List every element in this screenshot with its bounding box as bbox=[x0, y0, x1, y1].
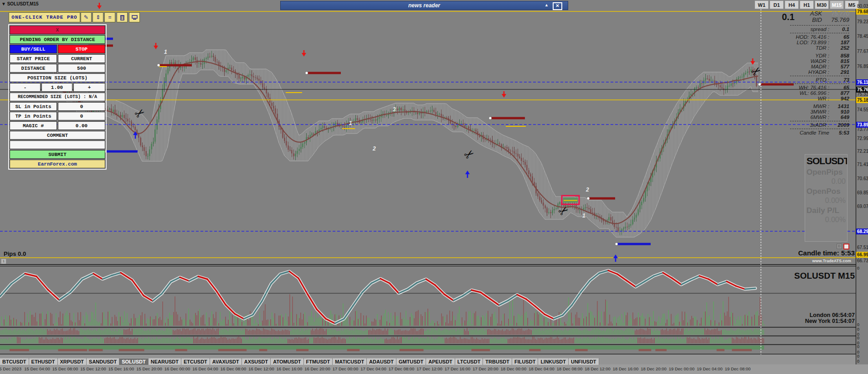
symbol-tab-nearusdt[interactable]: NEARUSDT bbox=[149, 358, 181, 365]
symbol-tab-ethusdt[interactable]: ETHUSDT bbox=[29, 358, 58, 365]
timeframe-button-m15[interactable]: M15 bbox=[830, 0, 844, 9]
magic-label: MAGIC # bbox=[10, 121, 57, 130]
time-axis-label: 15 Dec 08:00 bbox=[52, 366, 78, 371]
time-axis-label: 18 Dec 20:00 bbox=[641, 366, 667, 371]
submit-button[interactable]: SUBMIT bbox=[10, 150, 105, 159]
volume-bars bbox=[1, 294, 765, 326]
time-axis-label: 16 Dec 04:00 bbox=[192, 366, 218, 371]
updown-arrows-icon[interactable]: ⇕ bbox=[92, 12, 103, 22]
symbol-tab-maticusdt[interactable]: MATICUSDT bbox=[333, 358, 367, 365]
symbol-tab-etcusdt[interactable]: ETCUSDT bbox=[181, 358, 210, 365]
symbol-tab-solusdt[interactable]: SOLUSDT bbox=[119, 358, 149, 365]
price-label: 74.550 bbox=[857, 107, 868, 112]
price-label: 76.890 bbox=[857, 64, 868, 69]
symbol-tab-trbusdt[interactable]: TRBUSDT bbox=[483, 358, 512, 365]
symbol-tab-btcusdt[interactable]: BTCUSDT bbox=[0, 358, 29, 365]
price-label: 71.410 bbox=[857, 162, 868, 167]
start-price-value[interactable]: CURRENT bbox=[58, 54, 105, 63]
stats-label: WL: 66.996 : bbox=[800, 90, 829, 96]
stats-row: WR :942 bbox=[769, 96, 849, 101]
brand-link[interactable]: EarnForex.com bbox=[10, 160, 105, 168]
tradeats-watermark: www.TradeATS.com bbox=[812, 259, 851, 263]
comment-input[interactable] bbox=[10, 140, 105, 149]
price-tag-blue: 68.292 bbox=[856, 229, 868, 234]
symbol-tab-xrpusdt[interactable]: XRPUSDT bbox=[58, 358, 87, 365]
stats-value: 73 bbox=[829, 77, 849, 83]
collapse-icon[interactable]: ▲ bbox=[544, 3, 549, 7]
size-input[interactable]: 1.00 bbox=[41, 83, 72, 92]
stats-row: HYADR :291 bbox=[769, 69, 849, 75]
symbol-tab-linkusdt[interactable]: LINKUSDT bbox=[538, 358, 569, 365]
magic-input[interactable]: 0.00 bbox=[58, 121, 105, 130]
recommended-size-label: RECOMMENDED SIZE (LOTS) : N/A bbox=[10, 93, 105, 101]
order-mode-button[interactable]: PENDING ORDER BY DISTANCE bbox=[10, 35, 105, 44]
stats-value: 815 bbox=[829, 58, 849, 64]
indicator-title: SOLUSDT M15 bbox=[794, 271, 855, 281]
panel-close-button[interactable]: X bbox=[10, 26, 105, 34]
watermark-symbol: SOLUSDT bbox=[806, 156, 846, 166]
symbol-tab-ltcusdt[interactable]: LTCUSDT bbox=[455, 358, 483, 365]
symbol-tab-atomusdt[interactable]: ATOMUSDT bbox=[271, 358, 303, 365]
stop-button[interactable]: STOP bbox=[58, 45, 105, 53]
distance-label: DISTANCE bbox=[10, 64, 57, 73]
price-tag-yellow: 66.996 bbox=[856, 252, 868, 258]
pencil-icon[interactable]: ✎ bbox=[81, 12, 92, 22]
symbol-tab-adausdt[interactable]: ADAUSDT bbox=[367, 358, 396, 365]
time-axis-label: 17 Dec 16:00 bbox=[445, 366, 471, 371]
close-icon[interactable]: ✕ bbox=[553, 2, 562, 10]
circle-icon[interactable]: D bbox=[837, 244, 842, 249]
time-axis-label: 17 Dec 04:00 bbox=[360, 366, 386, 371]
sl-input[interactable]: 0 bbox=[58, 102, 105, 111]
symbol-tab-ftmusdt[interactable]: FTMUSDT bbox=[304, 358, 333, 365]
time-axis-label: 16 Dec 00:00 bbox=[164, 366, 190, 371]
stats-row: spread :0.1 bbox=[769, 26, 849, 32]
buy-sell-button[interactable]: BUY/SELL bbox=[10, 45, 57, 53]
price-label: 75.330 bbox=[857, 92, 868, 97]
time-axis-label: 18 Dec 04:00 bbox=[529, 366, 555, 371]
symbol-tab-avaxusdt[interactable]: AVAXUSDT bbox=[210, 358, 242, 365]
time-axis-label: 16 Dec 16:00 bbox=[277, 366, 303, 371]
symbol-tab-axsusdt[interactable]: AXSUSDT bbox=[242, 358, 271, 365]
chart-symbol-label: ▼ SOLUSDT,M15 bbox=[1, 1, 39, 6]
symbol-dropdown-icon[interactable]: ▼ bbox=[1, 1, 6, 6]
stats-label: 3MWR : bbox=[810, 109, 829, 114]
size-plus-button[interactable]: + bbox=[73, 83, 105, 92]
stats-separator bbox=[790, 25, 849, 26]
time-axis-label: 16 Dec 20:00 bbox=[304, 366, 330, 371]
price-label: 69.850 bbox=[857, 190, 868, 195]
stats-row: 6MWR :649 bbox=[769, 114, 849, 120]
symbol-tab-filusdt[interactable]: FILUSDT bbox=[512, 358, 538, 365]
symbol-tab-sandusdt[interactable]: SANDUSDT bbox=[87, 358, 119, 365]
stats-separator bbox=[790, 129, 849, 129]
stats-row: Candle Time5:53 bbox=[769, 130, 849, 135]
timeframe-button-w1[interactable]: W1 bbox=[755, 0, 769, 9]
timeframe-button-h1[interactable]: H1 bbox=[800, 0, 814, 9]
stats-row: WADR :815 bbox=[769, 58, 849, 64]
timeframe-button-m30[interactable]: M30 bbox=[815, 0, 829, 9]
timeframe-button-h4[interactable]: H4 bbox=[785, 0, 799, 9]
sl-label: SL in Points bbox=[10, 102, 57, 111]
time-axis-label: 17 Dec 00:00 bbox=[333, 366, 359, 371]
size-minus-button[interactable]: - bbox=[10, 83, 41, 92]
timeframe-button-d1[interactable]: D1 bbox=[770, 0, 784, 9]
trash-icon[interactable] bbox=[117, 12, 128, 22]
symbol-tab-gmtusdt[interactable]: GMTUSDT bbox=[396, 358, 426, 365]
tp-input[interactable]: 0 bbox=[58, 112, 105, 120]
distance-input[interactable]: 500 bbox=[58, 64, 105, 73]
keyboard-icon[interactable] bbox=[129, 12, 140, 22]
equals-icon[interactable]: = bbox=[104, 12, 115, 22]
time-axis-label: 19 Dec 00:00 bbox=[669, 366, 695, 371]
indicator-zero-label: 0 bbox=[857, 359, 859, 364]
symbol-tab-apeusdt[interactable]: APEUSDT bbox=[426, 358, 455, 365]
trade-panel-title[interactable]: ONE-CLICK TRADE PRO bbox=[9, 12, 80, 22]
symbol-tab-unfiusdt[interactable]: UNFIUSDT bbox=[569, 358, 599, 365]
newyork-clock: New York 01:54:07 bbox=[805, 318, 855, 324]
stats-label: MWR : bbox=[813, 104, 829, 109]
stats-label: WH: 76.416 : bbox=[799, 85, 829, 90]
time-axis-label: 15 Dec 20:00 bbox=[136, 366, 162, 371]
openpips-label: OpenPips bbox=[806, 168, 846, 177]
time-axis-label: 18 Dec 08:00 bbox=[557, 366, 583, 371]
stats-separator bbox=[790, 121, 849, 121]
svg-text:1: 1 bbox=[349, 120, 352, 126]
chart-canvas[interactable]: ✂✂✂✂112321 bbox=[0, 0, 868, 374]
